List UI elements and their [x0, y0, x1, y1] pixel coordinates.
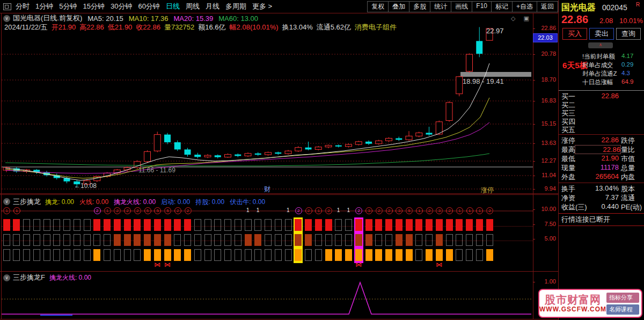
signal-block-on	[486, 249, 493, 261]
signal-block-off	[104, 249, 111, 261]
menu-item-2[interactable]: 5分钟	[59, 2, 77, 11]
menu-item-8[interactable]: 月线	[206, 2, 219, 11]
panel1-header: ∨ 三步擒龙 擒龙: 0.00火线: 0.00擒龙火线: 0.00启动: 0.0…	[3, 197, 270, 207]
signal-block-off	[254, 219, 261, 231]
bid-level-row: 买二	[559, 100, 644, 109]
axis-tick	[533, 80, 535, 81]
info-label-right: PE(动)	[621, 202, 642, 212]
ohlc-seg-8: 换13.04%	[282, 23, 313, 31]
seal-stat-row: 封单占流通Z 4.3	[559, 70, 644, 78]
panel2-axis-label: 1.00	[533, 278, 556, 285]
signal-block-on	[134, 219, 141, 231]
signal-block-off	[426, 234, 433, 246]
count-marker: 1	[257, 207, 260, 213]
divider	[559, 90, 644, 91]
signal-marker: 1	[104, 207, 111, 214]
chart-corner-icons[interactable]: ◇ ▣	[511, 15, 532, 22]
signal-block-off	[254, 249, 261, 261]
toolbar-button-1[interactable]: 叠加	[388, 1, 409, 12]
collapse-icon[interactable]: ∨	[3, 15, 10, 22]
signal-block-off	[476, 249, 483, 261]
info-value: 13.04%	[574, 184, 619, 192]
toolbar-button-3[interactable]: 统计	[430, 1, 451, 12]
stat-label: !当前封单额	[582, 53, 615, 61]
trade-button-1[interactable]: 卖出	[589, 28, 614, 40]
signal-block-off	[53, 219, 60, 231]
annotation-5: 涨停	[481, 186, 494, 195]
margin-tag: R	[636, 2, 640, 8]
price-axis-label-7: 11.04	[533, 172, 556, 178]
menu-item-0[interactable]: 分时	[16, 2, 30, 11]
signal-block-off	[114, 249, 121, 261]
menu-item-4[interactable]: 30分钟	[111, 2, 132, 11]
signal-block-on	[406, 234, 413, 246]
signal-block-off	[3, 249, 10, 261]
panel1-marker-line	[2, 210, 533, 211]
menu-item-3[interactable]: 15分钟	[83, 2, 104, 11]
signal-block-off	[224, 219, 231, 231]
toolbar-button-2[interactable]: 多股	[409, 1, 430, 12]
axis-tick	[533, 224, 535, 225]
toolbar-button-4[interactable]: 画线	[451, 1, 472, 12]
axis-tick	[533, 143, 535, 144]
signal-marker: 2	[305, 207, 312, 214]
seal-stat-row: 十日总涨幅 64.9	[559, 78, 644, 87]
signal-block-on	[154, 234, 161, 246]
menu-item-9[interactable]: 多周期	[225, 2, 246, 11]
signal-block-on	[124, 234, 131, 246]
signal-block-off	[285, 249, 292, 261]
window-icon[interactable]	[3, 3, 11, 10]
signal-marker: 2	[426, 207, 433, 214]
signal-marker: 2	[355, 207, 362, 214]
chart-header: ∨ 国光电器(日线.前复权) MA5: 20.15MA10: 17.36MA20…	[3, 14, 264, 23]
trade-button-2[interactable]: 查询	[616, 28, 641, 40]
info-row: 净资 7.37 流通	[559, 193, 644, 202]
badge-teacher-course: 名师课程	[606, 304, 639, 315]
quote-label-right: 内盘	[621, 172, 635, 182]
menu-item-5[interactable]: 60分钟	[138, 2, 159, 11]
signal-block-on	[426, 249, 433, 261]
ohlc-seg-3: 低21.90	[108, 23, 133, 31]
panel1-field-3: 启动: 0.00	[161, 198, 190, 206]
signal-block-off	[194, 219, 201, 231]
toolbar-button-0[interactable]: 复权	[367, 1, 389, 12]
signal-marker: 3	[396, 207, 402, 214]
toolbar-button-7[interactable]: +自选	[512, 1, 537, 12]
signal-block-on	[365, 219, 372, 231]
toolbar-button-8[interactable]: 返回	[537, 1, 558, 12]
panel1-field-1: 火线: 0.00	[79, 198, 108, 206]
collapse-tab[interactable]: ∧	[588, 42, 613, 48]
signal-marker: 1	[456, 207, 463, 214]
signal-block-off	[456, 234, 463, 246]
signal-block-off	[134, 249, 141, 261]
trade-button-0[interactable]: 买入	[562, 28, 587, 40]
menu-item-7[interactable]: 周线	[186, 2, 200, 11]
ma-label-2: MA20: 15.39	[174, 14, 214, 23]
signal-block-off	[265, 219, 272, 231]
menu-item-10[interactable]: 更多 >	[252, 2, 272, 11]
collapse-icon[interactable]: ∨	[3, 274, 10, 281]
toolbar-button-6[interactable]: 标记	[491, 1, 513, 12]
signal-block-off	[13, 249, 20, 261]
signal-block-off	[63, 234, 70, 246]
price-change-pct: 10.01%	[619, 17, 643, 25]
signal-block-off	[275, 219, 282, 231]
menu-item-6[interactable]: 日线	[166, 2, 180, 11]
seal-stat-row: 封单占成交 0.29	[559, 61, 644, 70]
signal-block-off	[214, 249, 221, 261]
signal-marker: 2	[94, 207, 101, 214]
quote-value: 11178	[574, 163, 619, 171]
kline-chart[interactable]	[2, 25, 533, 193]
signal-block-off	[446, 234, 453, 246]
collapse-icon[interactable]: ∨	[3, 198, 10, 205]
signal-block-off	[214, 234, 221, 246]
stat-value: 4.17	[621, 53, 633, 59]
signal-block-on	[144, 219, 151, 231]
signal-marker: 5	[406, 207, 413, 214]
ohlc-info-line: 2024/11/22/五开21.90高22.86低21.90收22.86量732…	[4, 23, 400, 31]
signal-block-off	[245, 219, 252, 231]
toolbar-button-5[interactable]: F10	[472, 1, 492, 12]
menu-item-1[interactable]: 1分钟	[35, 2, 53, 11]
quote-row: 涨停 22.86 跌停	[559, 136, 644, 144]
signal-block-on	[164, 219, 171, 231]
